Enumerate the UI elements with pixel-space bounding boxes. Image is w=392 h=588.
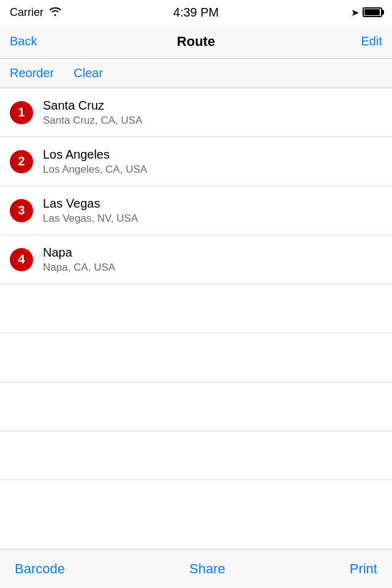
route-address: Las Vegas, NV, USA xyxy=(43,213,382,225)
status-bar: Carrier 4:39 PM ➤ xyxy=(0,0,392,24)
route-info: Las Vegas Las Vegas, NV, USA xyxy=(43,197,382,225)
route-address: Napa, CA, USA xyxy=(43,262,382,274)
route-list: 1 Santa Cruz Santa Cruz, CA, USA 2 Los A… xyxy=(0,88,392,480)
empty-row xyxy=(0,333,392,382)
carrier-label: Carrier xyxy=(10,6,43,19)
route-badge: 2 xyxy=(10,150,33,173)
route-info: Los Angeles Los Angeles, CA, USA xyxy=(43,148,382,176)
route-info: Napa Napa, CA, USA xyxy=(43,246,382,274)
route-name: Las Vegas xyxy=(43,197,382,211)
edit-button[interactable]: Edit xyxy=(361,34,382,48)
route-name: Los Angeles xyxy=(43,148,382,162)
route-address: Santa Cruz, CA, USA xyxy=(43,115,382,127)
empty-row xyxy=(0,431,392,480)
route-name: Santa Cruz xyxy=(43,99,382,113)
wifi-icon xyxy=(48,6,62,18)
barcode-button[interactable]: Barcode xyxy=(15,561,65,577)
secondary-toolbar: Reorder Clear xyxy=(0,59,392,88)
route-item[interactable]: 4 Napa Napa, CA, USA xyxy=(0,235,392,284)
status-time: 4:39 PM xyxy=(173,6,219,20)
route-badge: 4 xyxy=(10,248,33,271)
route-badge: 3 xyxy=(10,199,33,222)
page-title: Route xyxy=(177,34,215,50)
share-button[interactable]: Share xyxy=(189,561,225,577)
route-item[interactable]: 1 Santa Cruz Santa Cruz, CA, USA xyxy=(0,88,392,137)
route-address: Los Angeles, CA, USA xyxy=(43,164,382,176)
nav-bar: Back Route Edit xyxy=(0,24,392,59)
clear-button[interactable]: Clear xyxy=(74,66,103,80)
empty-row xyxy=(0,382,392,431)
battery-icon xyxy=(363,7,382,17)
back-button[interactable]: Back xyxy=(10,34,37,48)
reorder-button[interactable]: Reorder xyxy=(10,66,54,80)
route-info: Santa Cruz Santa Cruz, CA, USA xyxy=(43,99,382,127)
route-item[interactable]: 2 Los Angeles Los Angeles, CA, USA xyxy=(0,137,392,186)
route-name: Napa xyxy=(43,246,382,260)
print-button[interactable]: Print xyxy=(350,561,377,577)
bottom-toolbar: Barcode Share Print xyxy=(0,549,392,588)
location-icon: ➤ xyxy=(351,7,359,18)
route-badge: 1 xyxy=(10,101,33,124)
route-item[interactable]: 3 Las Vegas Las Vegas, NV, USA xyxy=(0,186,392,235)
empty-row xyxy=(0,284,392,333)
